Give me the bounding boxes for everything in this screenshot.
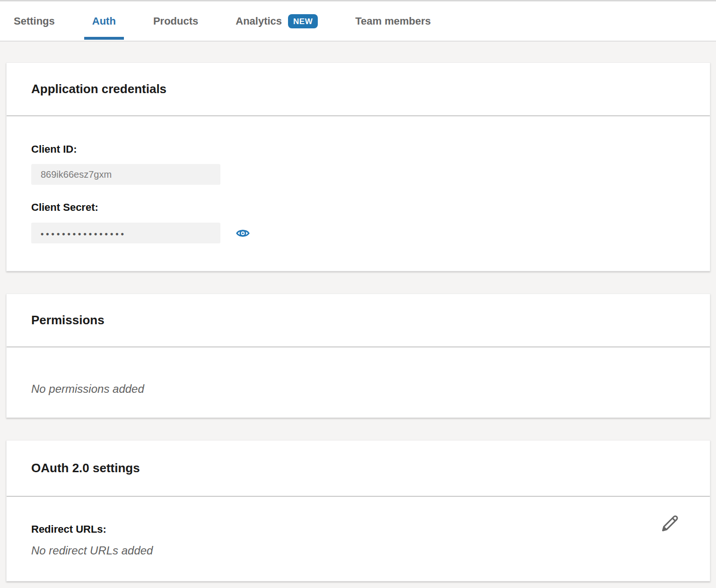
permissions-title: Permissions — [31, 313, 105, 328]
oauth-settings-card: OAuth 2.0 settings Redirect URLs: No red… — [6, 440, 710, 581]
tab-auth-label: Auth — [92, 15, 116, 27]
permissions-header: Permissions — [7, 294, 710, 347]
tab-settings[interactable]: Settings — [6, 1, 63, 41]
tab-analytics[interactable]: Analytics NEW — [227, 1, 326, 41]
client-secret-masked-value: •••••••••••••••• — [41, 228, 126, 238]
tab-team-members-label: Team members — [355, 15, 431, 27]
redirect-urls-label: Redirect URLs: — [31, 523, 685, 536]
reveal-secret-button[interactable] — [236, 226, 250, 241]
client-secret-field[interactable]: •••••••••••••••• — [31, 223, 220, 243]
tab-team-members[interactable]: Team members — [347, 1, 439, 41]
tab-products[interactable]: Products — [145, 1, 206, 41]
tab-products-label: Products — [153, 15, 198, 27]
oauth-settings-title: OAuth 2.0 settings — [31, 461, 140, 476]
application-credentials-body: Client ID: 869ik66esz7gxm Client Secret:… — [7, 116, 710, 271]
eye-icon — [236, 226, 250, 241]
tab-settings-label: Settings — [14, 15, 55, 27]
tab-bar: Settings Auth Products Analytics NEW Tea… — [0, 0, 716, 42]
permissions-card: Permissions No permissions added — [6, 294, 710, 418]
new-badge: NEW — [288, 14, 318, 28]
main-content: Application credentials Client ID: 869ik… — [0, 42, 716, 581]
permissions-body: No permissions added — [7, 347, 710, 417]
edit-redirect-urls-button[interactable] — [660, 513, 681, 534]
no-redirect-urls-message: No redirect URLs added — [31, 544, 685, 558]
tab-analytics-label: Analytics — [236, 15, 282, 27]
client-id-field[interactable]: 869ik66esz7gxm — [31, 164, 220, 185]
app-settings-page: Settings Auth Products Analytics NEW Tea… — [0, 0, 716, 581]
application-credentials-header: Application credentials — [7, 63, 710, 116]
pencil-icon — [660, 513, 681, 534]
client-id-label: Client ID: — [31, 143, 685, 156]
application-credentials-card: Application credentials Client ID: 869ik… — [6, 62, 710, 271]
tab-auth[interactable]: Auth — [84, 1, 124, 41]
client-secret-label: Client Secret: — [31, 201, 685, 214]
oauth-settings-body: Redirect URLs: No redirect URLs added — [7, 497, 710, 581]
no-permissions-message: No permissions added — [31, 382, 685, 396]
oauth-settings-header: OAuth 2.0 settings — [7, 441, 710, 497]
client-secret-row: •••••••••••••••• — [31, 214, 685, 243]
application-credentials-title: Application credentials — [31, 82, 166, 96]
client-id-value: 869ik66esz7gxm — [41, 169, 112, 180]
